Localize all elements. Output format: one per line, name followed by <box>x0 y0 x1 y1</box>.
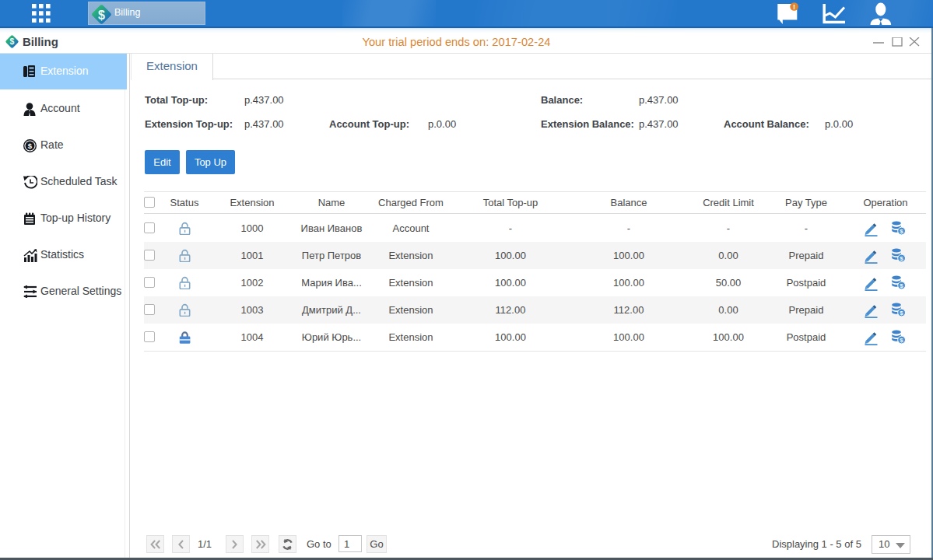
svg-text:$: $ <box>900 228 903 235</box>
svg-text:$: $ <box>900 282 903 289</box>
svg-text:$: $ <box>28 142 33 150</box>
svg-text:$: $ <box>98 9 105 22</box>
svg-text:$: $ <box>900 310 903 317</box>
svg-text:$: $ <box>900 337 903 344</box>
svg-text:$: $ <box>900 255 903 262</box>
svg-text:!: ! <box>793 3 795 11</box>
